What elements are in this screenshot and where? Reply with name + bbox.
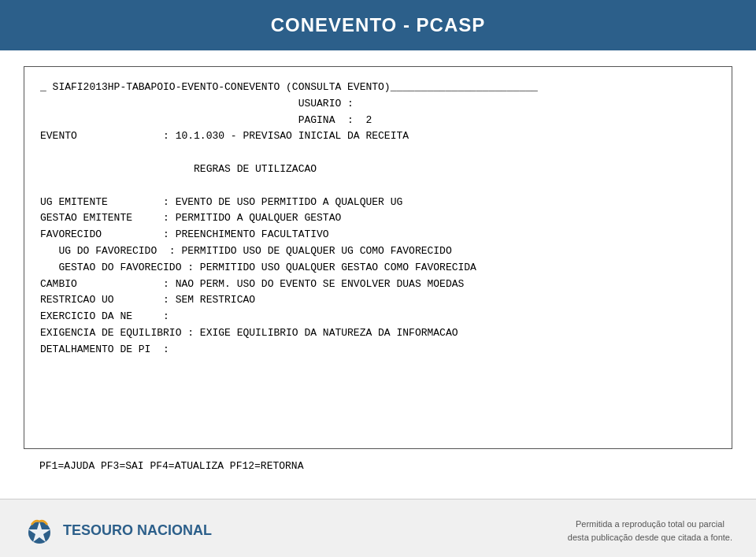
logo-area: TESOURO NACIONAL [24, 515, 212, 547]
logo-name: TESOURO NACIONAL [63, 522, 212, 539]
page-header: CONEVENTO - PCASP [0, 0, 756, 50]
function-keys-text: PF1=AJUDA PF3=SAI PF4=ATUALIZA PF12=RETO… [39, 460, 303, 472]
main-content: _ SIAFI2013HP-TABAPOIO-EVENTO-CONEVENTO … [0, 50, 756, 499]
tesouro-logo-icon [24, 515, 55, 547]
notice-line1: Permitida a reprodução total ou parcial [568, 518, 732, 531]
footer-notice: Permitida a reprodução total ou parcial … [568, 518, 732, 544]
page-footer: TESOURO NACIONAL Permitida a reprodução … [0, 499, 756, 557]
terminal-box: _ SIAFI2013HP-TABAPOIO-EVENTO-CONEVENTO … [24, 66, 732, 449]
terminal-content: _ SIAFI2013HP-TABAPOIO-EVENTO-CONEVENTO … [40, 80, 716, 358]
logo-text-area: TESOURO NACIONAL [63, 522, 212, 539]
page-title: CONEVENTO - PCASP [271, 14, 486, 35]
notice-line2: desta publicação desde que citada a font… [568, 531, 732, 544]
function-keys-bar: PF1=AJUDA PF3=SAI PF4=ATUALIZA PF12=RETO… [24, 449, 732, 483]
